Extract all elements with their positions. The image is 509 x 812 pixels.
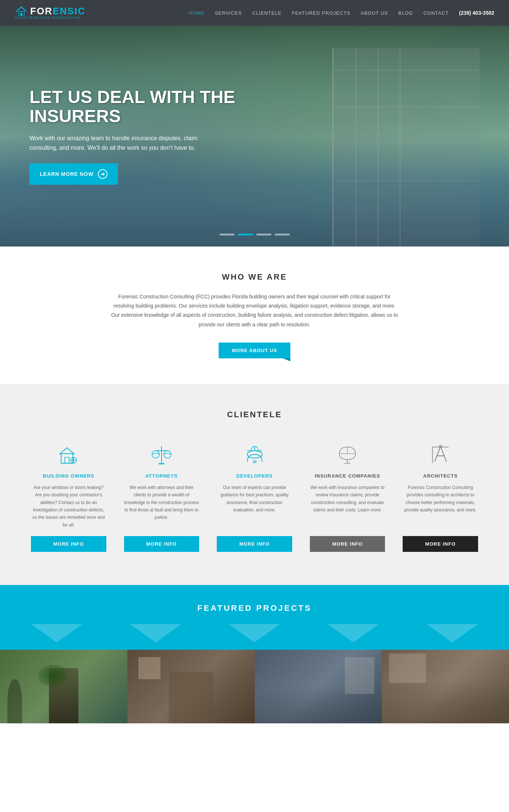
more-about-label: MORE ABOUT US (232, 348, 277, 353)
featured-title: FEATURED PROJECTS (0, 603, 509, 613)
card-btn-area-2: MORE INFO (217, 529, 292, 552)
developers-icon (242, 442, 268, 467)
card-desc-2: Our team of experts can provide guidance… (217, 484, 292, 514)
card-desc-1: We work with attorneys and their clients… (124, 484, 199, 521)
logo: FORENSIC CONSTRUCTION CONSULTING (15, 6, 85, 19)
architects-icon (428, 442, 453, 467)
learn-more-button[interactable]: LEARN MORE NOW ➜ (29, 163, 118, 185)
nav-contact[interactable]: CONTACT (423, 10, 449, 16)
featured-section: FEATURED PROJECTS (0, 585, 509, 723)
card-desc-0: Are your windows or doors leaking? Are y… (31, 484, 106, 529)
nav-home[interactable]: HOME (189, 10, 205, 16)
triangle-5 (427, 624, 478, 642)
more-about-button[interactable]: MORE ABOUT US (219, 343, 290, 358)
attorneys-icon (149, 442, 174, 467)
phone-number: (239) 403-3502 (459, 10, 494, 16)
logo-subtitle: CONSTRUCTION CONSULTING (15, 16, 85, 19)
featured-images (0, 650, 509, 723)
nav-clientele[interactable]: CLIENTELE (252, 10, 282, 16)
more-info-button-4[interactable]: MORE INFO (403, 536, 478, 552)
svg-rect-2 (20, 13, 22, 16)
card-name-0: BUILDING OWNERS (43, 473, 94, 479)
clientele-grid: BUILDING OWNERS Are your windows or door… (22, 434, 487, 559)
svg-line-22 (435, 446, 441, 462)
card-name-2: DEVELOPERS (236, 473, 273, 479)
slider-dots (220, 234, 290, 235)
slider-dot-1[interactable] (220, 234, 234, 235)
triangle-2 (130, 624, 181, 642)
card-name-4: ARCHITECTS (423, 473, 458, 479)
card-desc-3: We work with insurance companies to revi… (310, 484, 385, 514)
nav-featured[interactable]: FEATURED PROJECTS (292, 10, 350, 16)
more-info-button-2[interactable]: MORE INFO (217, 536, 292, 552)
svg-point-11 (164, 451, 171, 458)
triangle-4 (328, 624, 379, 642)
svg-point-10 (152, 451, 159, 458)
hero-title: LET US DEAL WITH THE INSURERS (29, 88, 250, 127)
who-section: WHO WE ARE Forensic Construction Consult… (0, 247, 509, 384)
featured-image-4 (382, 650, 509, 723)
clientele-card-insurance: INSURANCE COMPANIES We work with insuran… (301, 434, 394, 559)
clientele-card-architects: ARCHITECTS Forensic Construction Consult… (394, 434, 487, 559)
svg-rect-12 (159, 463, 165, 464)
logo-text: FORENSIC (30, 6, 85, 16)
clientele-card-developers: DEVELOPERS Our team of experts can provi… (208, 434, 301, 559)
clientele-section: CLIENTELE BUILDING OWNERS Are your windo… (0, 384, 509, 585)
header: FORENSIC CONSTRUCTION CONSULTING HOME SE… (0, 0, 509, 26)
nav-about[interactable]: ABOUT US (361, 10, 388, 16)
slider-dot-2[interactable] (238, 234, 253, 235)
triangle-3 (229, 624, 280, 642)
logo-icon (15, 6, 28, 16)
slider-dot-4[interactable] (275, 234, 290, 235)
featured-image-1 (0, 650, 127, 723)
card-name-3: INSURANCE COMPANIES (315, 473, 380, 479)
insurance-icon (335, 442, 360, 467)
hero-subtitle: Work with our amazing team to handle ins… (29, 134, 206, 152)
hero-section: LET US DEAL WITH THE INSURERS Work with … (0, 26, 509, 247)
clientele-card-attorneys: ATTORNEYS We work with attorneys and the… (115, 434, 208, 559)
arrow-icon: ➜ (98, 169, 107, 179)
nav-blog[interactable]: BLOG (398, 10, 413, 16)
triangle-1 (31, 624, 82, 642)
building-owners-icon (56, 442, 81, 467)
hero-scaffold-visual (332, 48, 480, 247)
who-body: Forensic Construction Consulting (FCC) p… (111, 292, 398, 329)
nav-services[interactable]: SERVICES (215, 10, 242, 16)
featured-image-3 (255, 650, 382, 723)
card-btn-area-1: MORE INFO (124, 529, 199, 552)
slider-dot-3[interactable] (257, 234, 271, 235)
card-desc-4: Forensic Construction Consulting provide… (403, 484, 478, 514)
card-name-1: ATTORNEYS (145, 473, 178, 479)
featured-triangles (0, 624, 509, 642)
main-nav: HOME SERVICES CLIENTELE FEATURED PROJECT… (189, 10, 494, 16)
card-btn-area-0: MORE INFO (31, 529, 106, 552)
featured-image-2 (127, 650, 255, 723)
clientele-card-building-owners: BUILDING OWNERS Are your windows or door… (22, 434, 115, 559)
clientele-title: CLIENTELE (22, 410, 487, 419)
card-btn-area-4: MORE INFO (403, 529, 478, 552)
hero-content: LET US DEAL WITH THE INSURERS Work with … (29, 88, 250, 185)
svg-rect-4 (65, 457, 69, 463)
card-btn-area-3: MORE INFO (310, 529, 385, 552)
svg-rect-16 (253, 460, 257, 463)
svg-line-23 (441, 446, 446, 462)
more-info-button-0[interactable]: MORE INFO (31, 536, 106, 552)
more-info-button-1[interactable]: MORE INFO (124, 536, 199, 552)
hero-cta-label: LEARN MORE NOW (40, 171, 93, 177)
more-info-button-3[interactable]: MORE INFO (310, 536, 385, 552)
who-title: WHO WE ARE (44, 272, 465, 282)
